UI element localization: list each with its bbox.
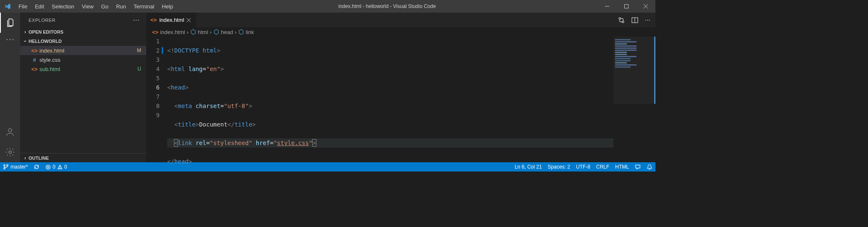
file-item-index[interactable]: <> index.html M	[20, 46, 146, 55]
split-editor-icon[interactable]	[631, 17, 638, 24]
chevron-right-icon: ›	[22, 29, 29, 35]
chevron-right-icon: ›	[210, 29, 211, 35]
breadcrumb-label: index.html	[160, 29, 185, 35]
html-file-icon: <>	[150, 17, 157, 23]
breadcrumb-html[interactable]: html	[190, 29, 208, 35]
menu-go[interactable]: Go	[97, 0, 112, 13]
menu-terminal[interactable]: Terminal	[130, 0, 158, 13]
tab-index-html[interactable]: <> index.html	[146, 13, 197, 27]
errors-count: 0	[53, 164, 55, 170]
svg-point-4	[8, 129, 12, 132]
tab-label: index.html	[159, 17, 184, 23]
breadcrumb-label: head	[221, 29, 233, 35]
svg-point-3	[13, 39, 14, 40]
folder-section[interactable]: › HELLOWORLD	[20, 37, 146, 46]
settings-gear-icon[interactable]	[0, 142, 20, 162]
explorer-title: EXPLORER	[29, 18, 55, 23]
compare-changes-icon[interactable]	[618, 17, 625, 24]
git-branch-status[interactable]: master*	[0, 162, 31, 172]
close-button[interactable]	[636, 0, 655, 13]
code-content[interactable]: <!DOCTYPE html> <html lang="en"> <head> …	[167, 37, 655, 162]
breadcrumb-label: html	[198, 29, 208, 35]
svg-point-2	[10, 39, 11, 40]
html-file-icon: <>	[30, 66, 39, 72]
editor-actions: ⋯	[618, 13, 655, 27]
svg-point-11	[4, 168, 5, 169]
sync-status[interactable]	[31, 162, 42, 172]
file-name: index.html	[39, 48, 137, 54]
svg-rect-0	[625, 5, 629, 8]
svg-point-7	[622, 21, 624, 23]
chevron-right-icon: ›	[22, 155, 29, 161]
outline-label: OUTLINE	[29, 156, 49, 161]
css-file-icon: #	[30, 57, 39, 63]
editor-more-icon[interactable]: ⋯	[645, 17, 650, 23]
minimap-slider[interactable]	[613, 37, 655, 104]
close-tab-icon[interactable]	[187, 18, 191, 22]
svg-point-12	[7, 165, 8, 166]
modified-indicator: M	[137, 48, 146, 53]
line-numbers: 1 2 3 4 5 6 7 8 9	[146, 37, 167, 162]
menu-run[interactable]: Run	[112, 0, 130, 13]
symbol-icon	[213, 29, 219, 35]
breadcrumbs: <> index.html › html › head ›	[146, 27, 655, 37]
folder-label: HELLOWORLD	[29, 39, 62, 44]
html-file-icon: <>	[30, 48, 39, 54]
warnings-count: 0	[64, 164, 67, 170]
explorer-more-icon[interactable]: ⋯	[133, 16, 140, 24]
title-bar: File Edit Selection View Go Run Terminal…	[0, 0, 655, 13]
svg-point-5	[9, 151, 11, 153]
editor-tabs: <> index.html ⋯	[146, 13, 655, 27]
outline-section[interactable]: › OUTLINE	[20, 153, 146, 162]
breadcrumb-file[interactable]: <> index.html	[152, 29, 185, 35]
svg-point-6	[619, 18, 621, 19]
menu-file[interactable]: File	[15, 0, 31, 13]
branch-name: master*	[11, 164, 28, 170]
chevron-right-icon: ›	[187, 29, 188, 35]
menu-help[interactable]: Help	[158, 0, 177, 13]
symbol-icon	[190, 29, 196, 35]
vscode-logo-icon	[0, 3, 15, 10]
chevron-down-icon: ›	[22, 38, 28, 45]
open-editors-section[interactable]: › OPEN EDITORS	[20, 27, 146, 37]
breadcrumb-link[interactable]: link	[238, 29, 254, 35]
breadcrumb-head[interactable]: head	[213, 29, 233, 35]
more-icon[interactable]	[0, 33, 20, 46]
chevron-right-icon: ›	[235, 29, 237, 35]
html-file-icon: <>	[152, 29, 158, 35]
svg-point-15	[60, 168, 60, 168]
breadcrumb-label: link	[246, 29, 254, 35]
explorer-header: EXPLORER ⋯	[20, 13, 146, 27]
window-title: index.html - helloworld - Visual Studio …	[177, 3, 597, 9]
menu-edit[interactable]: Edit	[31, 0, 48, 13]
untracked-indicator: U	[137, 66, 146, 72]
editor-area: <> index.html ⋯	[146, 13, 655, 162]
minimize-button[interactable]	[597, 0, 617, 13]
svg-point-10	[4, 165, 5, 166]
menu-view[interactable]: View	[78, 0, 97, 13]
accounts-icon[interactable]	[0, 122, 20, 142]
file-item-sub[interactable]: <> sub.html U	[20, 64, 146, 74]
code-editor[interactable]: 1 2 3 4 5 6 7 8 9 <!DOCTYPE html> <html …	[146, 37, 655, 162]
window-controls	[597, 0, 655, 13]
explorer-icon[interactable]	[0, 13, 20, 33]
menu-bar: File Edit Selection View Go Run Terminal…	[15, 0, 177, 13]
minimap[interactable]	[613, 37, 655, 162]
problems-status[interactable]: 0 0	[42, 162, 70, 172]
file-name: sub.html	[39, 66, 137, 72]
file-name: style.css	[39, 57, 141, 63]
open-editors-label: OPEN EDITORS	[29, 29, 63, 34]
svg-point-1	[7, 39, 8, 40]
activity-bar	[0, 13, 20, 162]
file-item-style[interactable]: # style.css	[20, 55, 146, 64]
file-tree: <> index.html M # style.css <> sub.html …	[20, 46, 146, 74]
explorer-sidebar: EXPLORER ⋯ › OPEN EDITORS › HELLOWORLD <…	[20, 13, 146, 162]
menu-selection[interactable]: Selection	[48, 0, 78, 13]
symbol-icon	[238, 29, 244, 35]
maximize-button[interactable]	[617, 0, 636, 13]
